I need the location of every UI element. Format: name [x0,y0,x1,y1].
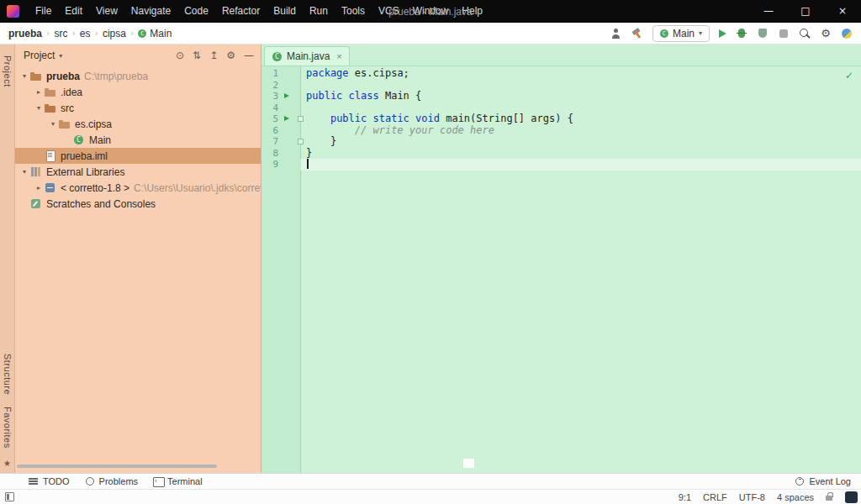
editor-line-2[interactable]: 2 [261,80,861,92]
tree-item-prueba[interactable]: ▾pruebaC:\tmp\prueba [15,68,261,84]
editor-line-3[interactable]: 3public class Main { [261,91,861,102]
code-text [300,102,861,114]
close-button[interactable]: × [824,0,861,23]
chevron-right-icon[interactable]: ▸ [33,88,45,96]
editor-line-9[interactable]: 9 [261,159,861,171]
editor-line-4[interactable]: 4 [261,102,861,114]
scroll-from-source-icon[interactable]: ⇅ [193,50,201,61]
code-segment: main(String[] args) { [440,113,573,124]
build-hammer-icon[interactable] [631,28,643,39]
tree-item-scratches-and-consoles[interactable]: Scratches and Consoles [15,196,261,212]
jdk-icon [45,182,56,194]
horizontal-scrollbar[interactable] [17,465,217,468]
tree-item-main[interactable]: Main [15,132,261,148]
menu-view[interactable]: View [89,0,124,23]
run-line-icon[interactable] [284,116,289,121]
toolwindow-project-button[interactable]: Project [3,51,13,95]
fold-icon[interactable] [298,139,304,144]
gutter: 6 [261,125,300,137]
minimize-button[interactable]: — [750,0,787,23]
breadcrumb-label: Main [150,28,172,39]
code-text: package es.cipsa; [300,68,861,80]
gutter: 4 [261,102,300,114]
file-encoding[interactable]: UTF-8 [739,492,765,502]
breadcrumb-item-prueba[interactable]: prueba [8,28,42,39]
stop-icon[interactable] [778,28,790,39]
tree-item-external-libraries[interactable]: ▾External Libraries [15,164,261,180]
run-icon[interactable] [719,29,726,38]
run-config-selector[interactable]: Main▾ [652,25,710,42]
search-icon[interactable] [799,28,811,39]
menu-tools[interactable]: Tools [335,0,372,23]
collapse-all-icon[interactable]: ↥ [209,50,218,61]
breadcrumb-item-cipsa[interactable]: cipsa [103,28,126,39]
settings-gear-icon[interactable]: ⚙ [226,50,235,61]
breadcrumb-item-es[interactable]: es [80,28,91,39]
menu-edit[interactable]: Edit [58,0,89,23]
hide-icon[interactable]: — [244,50,254,61]
locate-icon[interactable]: ⊙ [176,50,184,61]
tree-item-corretto-1-8[interactable]: ▸< corretto-1.8 >C:\Users\Usuario\.jdks\… [15,180,261,196]
run-line-icon[interactable] [284,93,289,98]
tree-item-idea[interactable]: ▸.idea [15,84,261,100]
main-area: Project Structure Favorites ★ Project ▾ … [0,45,861,473]
left-tool-stripe: Project Structure Favorites ★ [0,45,15,473]
menu-build[interactable]: Build [267,0,303,23]
chevron-down-icon[interactable]: ▾ [18,168,30,176]
toolwindow-todo-button[interactable]: TODO [29,476,70,486]
editor-line-1[interactable]: 1package es.cipsa; [261,68,861,80]
line-separator[interactable]: CRLF [703,492,727,502]
fold-icon[interactable] [298,116,304,122]
toolwindow-terminal-button[interactable]: Terminal [153,476,203,486]
vcs-update-icon[interactable] [610,28,622,39]
chevron-down-icon[interactable]: ▾ [33,104,45,112]
menu-run[interactable]: Run [303,0,335,23]
toolwindow-favorites-button[interactable]: Favorites [3,402,13,456]
menu-code[interactable]: Code [177,0,215,23]
tree-item-es-cipsa[interactable]: ▾es.cipsa [15,116,261,132]
chevron-down-icon[interactable]: ▾ [47,120,59,128]
editor-body[interactable]: ✓ 1package es.cipsa;23public class Main … [261,66,861,473]
indent-size[interactable]: 4 spaces [777,492,814,502]
tool-label: Terminal [167,476,203,486]
tree-item-src[interactable]: ▾src [15,100,261,116]
close-icon[interactable]: × [336,51,341,61]
tree-label: Main [89,134,111,146]
tree-label: Scratches and Consoles [46,198,156,210]
project-view-selector[interactable]: Project ▾ [24,50,62,61]
coverage-icon[interactable] [757,28,769,39]
editor-line-6[interactable]: 6 // write your code here [261,125,861,137]
toolwindow-structure-button[interactable]: Structure [3,349,13,402]
caret-position[interactable]: 9:1 [679,492,691,502]
menu-file[interactable]: File [29,0,58,23]
ide-window: FileEditViewNavigateCodeRefactorBuildRun… [0,0,861,504]
breadcrumb-label: cipsa [103,28,126,39]
tree-item-prueba-iml[interactable]: prueba.iml [15,148,261,164]
code-text: } [300,148,861,160]
maximize-button[interactable]: □ [787,0,824,23]
code-segment [306,113,330,124]
scrollbar-thumb[interactable] [463,459,474,468]
menu-refactor[interactable]: Refactor [215,0,267,23]
event-log-button[interactable]: Event Log [795,476,851,486]
chevron-right-icon[interactable]: ▸ [33,184,45,192]
editor-line-7[interactable]: 7 } [261,136,861,148]
editor-line-8[interactable]: 8} [261,148,861,160]
breadcrumb-item-src[interactable]: src [54,28,67,39]
debug-icon[interactable] [736,28,747,39]
menu-navigate[interactable]: Navigate [124,0,177,23]
toolwindow-problems-button[interactable]: Problems [85,476,138,486]
editor-line-5[interactable]: 5 public static void main(String[] args)… [261,113,861,125]
breadcrumb-item-main[interactable]: Main [138,28,172,39]
corner-widget [845,491,858,503]
lock-icon[interactable] [826,492,833,501]
profiler-icon[interactable] [841,28,853,39]
tab-label: Main.java [287,50,330,62]
tool-label: Problems [99,476,138,486]
settings-gear-icon[interactable]: ⚙ [820,28,832,39]
favorites-star-icon[interactable]: ★ [3,459,11,468]
tab-main-java[interactable]: Main.java × [264,46,350,66]
chevron-down-icon[interactable]: ▾ [18,72,30,80]
inspection-ok-icon[interactable]: ✓ [845,71,853,82]
toolwindow-switcher-icon[interactable] [5,492,14,501]
